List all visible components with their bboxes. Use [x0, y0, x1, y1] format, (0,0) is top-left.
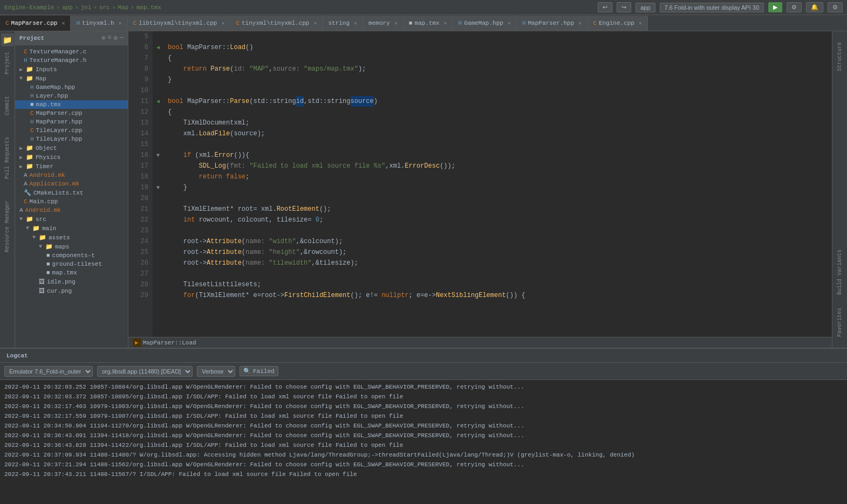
- file-name: Main.cpp: [30, 198, 58, 205]
- tree-item-map-tmx-2[interactable]: ■ map.tmx: [15, 268, 128, 277]
- pull-requests-label[interactable]: Pull Requests: [4, 133, 10, 183]
- tree-item-texturemanager-h[interactable]: H TextureManager.h: [15, 56, 128, 65]
- api-selector[interactable]: 7.6 Fold-in with outer display API 30: [660, 3, 764, 12]
- tree-item-texturemanager-c[interactable]: C TextureManager.c: [15, 47, 128, 56]
- folder-icon: 📁: [26, 154, 33, 161]
- tree-item-application-mk[interactable]: A Application.mk: [15, 179, 128, 188]
- method-hint-bar: ▶ MapParser::Load: [128, 337, 832, 348]
- log-line-3: 2022-09-11 20:32:17.403 10979-11003/org.…: [4, 402, 843, 411]
- tab-close[interactable]: ✕: [221, 20, 224, 26]
- notifications-button[interactable]: 🔔: [806, 2, 823, 12]
- tab-close[interactable]: ✕: [578, 20, 582, 26]
- file-name: MapParser.hpp: [36, 119, 83, 125]
- tab-engine-cpp[interactable]: C Engine.cpp ✕: [588, 16, 648, 31]
- tab-close[interactable]: ✕: [508, 20, 511, 26]
- code-line-29: for(TiXmlElement* e=root->FirstChildElem…: [168, 290, 828, 301]
- folder-name: Inputs: [36, 66, 57, 73]
- tree-item-android-mk[interactable]: A Android.mk: [15, 171, 128, 179]
- app-selector[interactable]: org.libsdl.app (11480) [DEAD]: [97, 366, 193, 377]
- tree-item-map-tmx[interactable]: ■ map.tmx: [15, 100, 128, 109]
- breadcrumb-engine[interactable]: Engine-Example: [4, 4, 54, 11]
- structure-label[interactable]: Structure: [837, 38, 843, 75]
- config-button[interactable]: ⚙: [828, 2, 843, 12]
- tree-item-mapparser-hpp[interactable]: H MapParser.hpp: [15, 118, 128, 126]
- tree-item-tilelayer-cpp[interactable]: C TileLayer.cpp: [15, 126, 128, 135]
- tree-item-assets[interactable]: ▼ 📁 assets: [15, 233, 128, 242]
- project-label[interactable]: Project: [4, 47, 10, 79]
- file-name: Android.mk: [25, 207, 61, 213]
- emulator-selector[interactable]: Emulator 7.6_Fold-in_outer: [4, 366, 93, 377]
- file-name: Layer.hpp: [36, 93, 68, 99]
- mk-icon: A: [24, 181, 28, 187]
- panel-icon-2[interactable]: ≡: [107, 34, 111, 42]
- tree-item-mapparser-cpp[interactable]: C MapParser.cpp: [15, 109, 128, 118]
- tree-item-maps[interactable]: ▼ 📁 maps: [15, 242, 128, 251]
- tab-tinyxml-cpp[interactable]: C tinyxml\tinyxml.cpp ✕: [230, 16, 323, 31]
- redo-button[interactable]: ↪: [617, 2, 631, 12]
- commit-label[interactable]: Commit: [4, 92, 10, 120]
- project-sidebar-icon[interactable]: 📁: [1, 33, 14, 46]
- tree-item-android-mk2[interactable]: A Android.mk: [15, 206, 128, 215]
- tree-item-src[interactable]: ▼ 📁 src: [15, 215, 128, 224]
- tab-close[interactable]: ✕: [444, 20, 447, 26]
- folder-icon: 📁: [26, 163, 33, 170]
- gutter-icon-6[interactable]: ◀: [153, 42, 163, 53]
- verbose-selector[interactable]: Verbose: [197, 366, 235, 377]
- tree-item-cmakelists[interactable]: 🔧 CMakeLists.txt: [15, 188, 128, 197]
- tree-item-object[interactable]: ▶ 📁 Object: [15, 143, 128, 153]
- undo-button[interactable]: ↩: [598, 2, 612, 12]
- tree-item-layer-hpp[interactable]: H Layer.hpp: [15, 92, 128, 100]
- gutter-icon-16[interactable]: ▼: [153, 150, 163, 161]
- tree-item-gamemap-hpp[interactable]: H GameMap.hpp: [15, 83, 128, 92]
- code-line-17: SDL_Log( fmt: "Failed to load xml source…: [168, 161, 828, 171]
- tree-item-tilelayer-hpp[interactable]: H TileLayer.hpp: [15, 135, 128, 143]
- tab-close[interactable]: ✕: [394, 20, 398, 26]
- build-variants-label[interactable]: Build Variants: [837, 245, 843, 299]
- folder-arrow: ▶: [19, 66, 25, 73]
- code-content[interactable]: bool MapParser::Load() { return Parse( i…: [163, 31, 832, 337]
- tab-close[interactable]: ✕: [119, 20, 122, 26]
- tab-icon-cpp3: C: [236, 20, 240, 26]
- tree-item-cur-png[interactable]: 🖼 cur.png: [15, 286, 128, 295]
- breadcrumb-file[interactable]: map.tmx: [136, 4, 161, 11]
- tab-memory[interactable]: memory ✕: [363, 16, 404, 31]
- settings-button[interactable]: ⚙: [787, 2, 802, 12]
- tab-gamemap-hpp[interactable]: H GameMap.hpp ✕: [453, 16, 517, 31]
- tab-tinyxml-h[interactable]: H tinyxml.h ✕: [71, 16, 127, 31]
- favorites-label[interactable]: Favorites: [837, 303, 843, 341]
- tab-close[interactable]: ✕: [354, 20, 357, 26]
- run-button[interactable]: ▶: [768, 2, 782, 12]
- tree-item-timer[interactable]: ▶ 📁 Timer: [15, 162, 128, 171]
- tab-mapparser-cpp[interactable]: C MapParser.cpp ✕: [0, 16, 71, 31]
- app-selector[interactable]: app: [636, 3, 655, 12]
- tree-item-main-cpp[interactable]: C Main.cpp: [15, 197, 128, 206]
- tree-item-physics[interactable]: ▶ 📁 Physics: [15, 153, 128, 162]
- tree-item-ground-tileset[interactable]: ■ ground-tileset: [15, 260, 128, 268]
- tab-close[interactable]: ✕: [62, 20, 65, 26]
- main-layout: 📁 Project Commit Pull Requests Resource …: [0, 31, 847, 348]
- breadcrumb-src[interactable]: src: [99, 4, 110, 11]
- tree-item-main[interactable]: ▼ 📁 main: [15, 224, 128, 233]
- tree-item-idle-png[interactable]: 🖼 idle.png: [15, 277, 128, 286]
- tab-mapparser-hpp[interactable]: H MapParser.hpp ✕: [517, 16, 588, 31]
- folder-name: Map: [36, 75, 46, 82]
- tree-item-map[interactable]: ▼ 📁 Map: [15, 74, 128, 83]
- tree-item-components[interactable]: ■ components-t: [15, 251, 128, 260]
- panel-icon-3[interactable]: ⚙: [114, 34, 118, 42]
- tab-libtinyxml[interactable]: C libtinyxml\tinyxml.cpp ✕: [128, 16, 231, 31]
- gutter-icon-19[interactable]: ▼: [153, 182, 163, 193]
- breadcrumb-jni[interactable]: jni: [80, 4, 91, 11]
- file-name: TileLayer.hpp: [36, 136, 83, 142]
- tab-close[interactable]: ✕: [639, 20, 642, 26]
- panel-icon-1[interactable]: ⊕: [101, 34, 105, 42]
- panel-icon-4[interactable]: —: [120, 34, 124, 42]
- breadcrumb-map[interactable]: Map: [118, 4, 128, 11]
- tab-map-tmx[interactable]: ■ map.tmx ✕: [404, 16, 453, 31]
- resource-manager-label[interactable]: Resource Manager: [4, 196, 10, 257]
- tree-item-inputs[interactable]: ▶ 📁 Inputs: [15, 65, 128, 74]
- breadcrumb-app[interactable]: app: [62, 4, 73, 11]
- file-name: Android.mk: [30, 172, 65, 178]
- tab-close[interactable]: ✕: [313, 20, 317, 26]
- gutter-icon-11[interactable]: ◀: [153, 96, 163, 107]
- tab-string[interactable]: string ✕: [323, 16, 363, 31]
